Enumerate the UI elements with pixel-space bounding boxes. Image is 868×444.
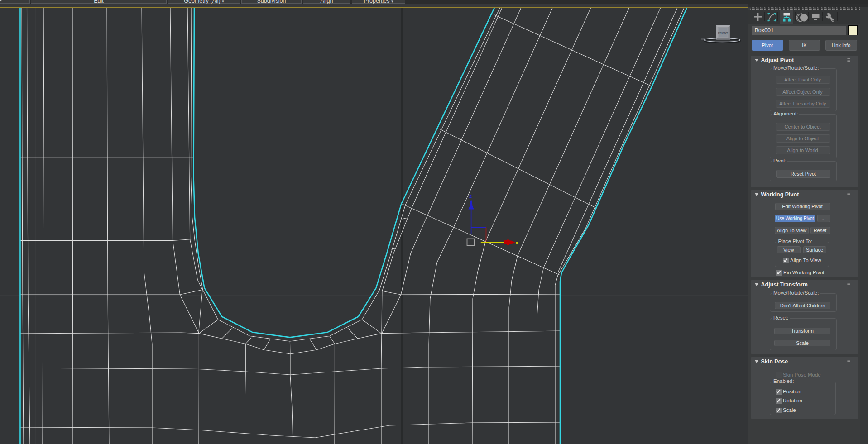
svg-text:z: z (469, 194, 472, 199)
svg-text:x: x (515, 240, 518, 246)
svg-text:FRONT: FRONT (718, 32, 728, 35)
